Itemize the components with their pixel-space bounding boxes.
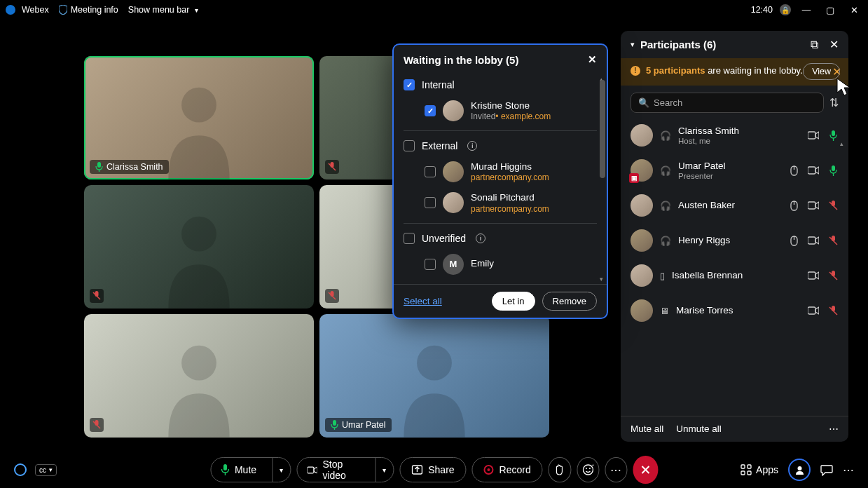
participant-row[interactable]: 🖥 Marise Torres [628,295,841,326]
camera-icon[interactable] [808,270,819,281]
mic-icon [221,464,229,475]
mic-on-icon [331,420,338,430]
mouse-icon[interactable] [788,165,799,176]
raise-hand-button[interactable] [549,457,571,482]
end-call-button[interactable] [633,456,658,484]
window-close-button[interactable]: ✕ [846,5,862,15]
info-icon[interactable]: i [476,233,485,243]
lobby-close-button[interactable]: ✕ [588,53,597,66]
video-tile-clarissa[interactable]: Clarissa Smith [84,56,314,179]
camera-icon[interactable] [808,165,819,176]
meeting-controls-bar: cc ▾ Mute ▾ Stop video ▾ Share Record [0,452,868,488]
mic-off-icon[interactable] [827,235,839,246]
apps-icon [740,464,752,475]
presenter-badge-icon: ▣ [629,173,639,183]
lobby-item-murad[interactable]: Murad Higgins partnercompany.com [404,156,597,187]
desktop-icon: 🖥 [660,306,669,316]
share-button[interactable]: Share [399,457,466,482]
panel-close-button[interactable]: ✕ [829,38,839,51]
more-panels-button[interactable]: ⋯ [843,463,854,477]
reactions-button[interactable]: + [577,457,599,482]
video-options-dropdown[interactable]: ▾ [375,458,393,482]
assistant-icon[interactable] [14,463,27,476]
window-maximize-button[interactable]: ▢ [822,5,839,15]
clock-time: 12:40 [751,5,773,15]
show-menu-bar-button[interactable]: Show menu bar ▾ [128,5,198,15]
lobby-item-emily[interactable]: M Emily [404,249,597,280]
mute-all-button[interactable]: Mute all [631,423,663,435]
mouse-icon[interactable] [788,200,799,211]
avatar [443,192,464,213]
search-icon: 🔍 [638,97,649,108]
mute-button[interactable]: Mute ▾ [210,457,291,482]
mic-off-icon[interactable] [827,305,839,316]
camera-icon[interactable] [808,200,819,211]
record-button[interactable]: Record [472,457,543,482]
participant-row[interactable]: 🎧 Henry Riggs [628,225,841,256]
select-all-link[interactable]: Select all [404,296,442,306]
video-tile[interactable] [84,314,314,438]
checkbox[interactable] [425,197,436,208]
video-tile-umar[interactable]: Umar Patel [319,314,549,438]
lobby-section-unverified[interactable]: Unverified i [404,228,597,249]
chat-button[interactable] [820,464,833,476]
more-controls-button[interactable]: ⋯ [605,457,627,482]
mute-options-dropdown[interactable]: ▾ [272,458,290,482]
lobby-scrollbar[interactable]: ▴ ▾ [600,77,605,281]
view-lobby-button[interactable]: View [803,63,840,80]
stop-video-button[interactable]: Stop video ▾ [296,457,394,482]
scrollbar-thumb[interactable] [600,80,605,178]
remove-button[interactable]: Remove [542,292,597,311]
checkbox-internal[interactable] [404,79,415,90]
participant-row[interactable]: ▯ Isabella Brennan [628,260,841,291]
checkbox[interactable] [425,166,436,177]
lobby-person-name: Sonali Pitchard [471,192,549,203]
captions-button[interactable]: cc ▾ [35,464,57,476]
headset-icon: 🎧 [660,165,671,176]
emoji-icon: + [582,464,593,475]
mic-off-icon[interactable] [827,200,839,211]
mouse-icon[interactable] [788,235,799,246]
mic-off-icon [92,420,101,430]
mic-on-icon[interactable] [827,165,839,176]
svg-text:+: + [591,464,593,468]
chevron-down-icon[interactable]: ▾ [631,40,635,49]
window-minimize-button[interactable]: — [798,5,815,15]
mic-off-icon [328,162,336,172]
checkbox-external[interactable] [404,140,415,151]
participant-row[interactable]: ▣ 🎧 Umar PatelPresenter [628,155,841,186]
info-icon[interactable]: i [467,141,477,151]
more-options-button[interactable]: ⋯ [829,423,839,435]
meeting-info-button[interactable]: Meeting info [59,5,118,15]
camera-icon[interactable] [808,235,819,246]
camera-icon[interactable] [808,305,819,316]
lobby-person-name: Kristine Stone [471,100,551,111]
lobby-popup: Waiting in the lobby (5) ✕ ▴ ▾ Internal … [392,43,608,319]
search-input[interactable]: 🔍 Search [631,93,824,113]
video-tile[interactable] [84,185,314,309]
webex-brand: Webex [6,5,49,15]
participant-row[interactable]: 🎧 Austen Baker [628,190,841,221]
apps-button[interactable]: Apps [740,464,778,475]
mic-on-icon[interactable] [827,130,839,141]
participant-row[interactable]: 🎧 Clarissa SmithHost, me [628,120,841,151]
checkbox[interactable] [425,259,436,270]
camera-icon[interactable] [808,130,819,141]
lobby-item-kristine[interactable]: Kristine Stone Invitedexample.com [404,95,597,126]
let-in-button[interactable]: Let in [492,292,535,311]
lock-icon[interactable]: 🔒 [780,4,791,15]
lobby-item-sonali[interactable]: Sonali Pitchard partnercompany.com [404,187,597,218]
lobby-section-external[interactable]: External i [404,135,597,156]
unmute-all-button[interactable]: Unmute all [676,423,722,435]
checkbox[interactable] [425,105,436,116]
mic-muted-badge [325,289,339,303]
popout-icon[interactable]: ⧉ [811,39,818,51]
avatar [631,299,653,322]
sort-button[interactable]: ⇅ [829,96,839,109]
lobby-section-internal[interactable]: Internal [404,74,597,95]
svg-rect-22 [832,165,835,171]
panel-scrollbar[interactable]: ▴ [840,147,846,407]
participants-toggle-button[interactable] [788,459,811,481]
checkbox-unverified[interactable] [404,233,415,244]
mic-off-icon[interactable] [827,270,839,281]
